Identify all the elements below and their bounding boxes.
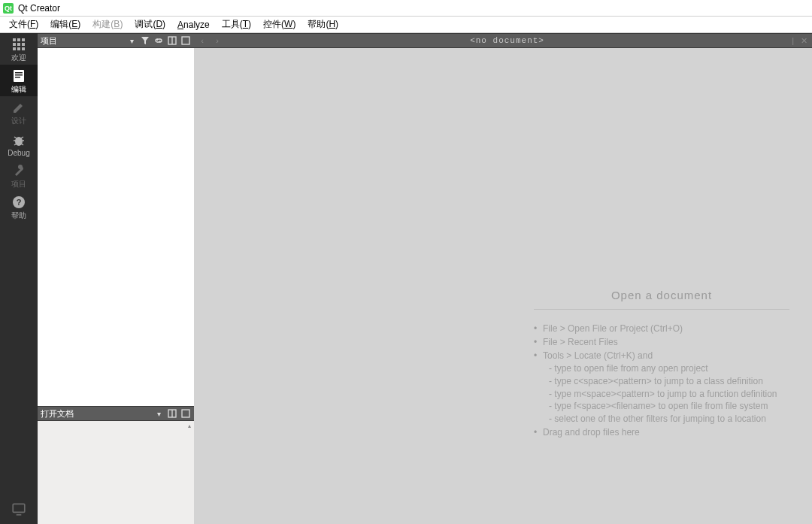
hint-subitem: type f<space><filename> to open file fro… <box>534 400 789 413</box>
open-docs-panel-header: 打开文档 ▾ <box>38 406 194 421</box>
mode-welcome[interactable]: 欢迎 <box>0 33 38 65</box>
wrench-icon <box>12 164 26 177</box>
mode-label: 帮助 <box>11 211 26 221</box>
document-label: <no document> <box>227 36 787 45</box>
hint-subitem: type m<space><pattern> to jump to a func… <box>534 388 789 401</box>
divider <box>534 309 789 310</box>
mode-label: Debug <box>8 149 29 157</box>
svg-rect-29 <box>182 410 189 417</box>
menu-analyze[interactable]: Analyze <box>171 18 216 32</box>
split-icon[interactable] <box>167 35 177 46</box>
svg-rect-22 <box>13 504 25 512</box>
hint-subitem: type c<space><pattern> to jump to a clas… <box>534 375 789 388</box>
menu-edit[interactable]: 编辑(E) <box>44 17 86 32</box>
hint-item: File > Open File or Project (Ctrl+O) <box>534 322 789 335</box>
svg-rect-10 <box>15 72 23 74</box>
grid-icon <box>12 38 26 51</box>
svg-rect-7 <box>17 47 20 50</box>
svg-rect-5 <box>22 43 25 46</box>
svg-rect-26 <box>182 37 189 44</box>
editor-area: ‹ › <no document> | ✕ Open a document Fi… <box>194 33 812 524</box>
mode-edit[interactable]: 编辑 <box>0 65 38 96</box>
open-docs-list[interactable]: ▴ <box>38 421 194 524</box>
empty-editor-placeholder: Open a document File > Open File or Proj… <box>534 289 789 439</box>
svg-line-19 <box>21 144 23 145</box>
help-icon: ? <box>12 195 26 209</box>
bug-icon <box>12 134 26 147</box>
mode-label: 设计 <box>11 116 26 126</box>
mode-debug[interactable]: Debug <box>0 128 38 159</box>
menu-bar: 文件(F) 编辑(E) 构建(B) 调试(D) Analyze 工具(T) 控件… <box>0 17 812 33</box>
projects-panel-header: 项目 ▾ <box>38 33 194 48</box>
filter-icon[interactable] <box>140 35 150 46</box>
window-title: Qt Creator <box>18 3 60 14</box>
mode-label: 项目 <box>11 179 26 189</box>
svg-rect-6 <box>13 47 16 50</box>
document-icon <box>12 69 26 83</box>
menu-widgets[interactable]: 控件(W) <box>257 17 301 32</box>
title-bar: Qt Qt Creator <box>0 0 812 17</box>
editor-toolbar: ‹ › <no document> | ✕ <box>194 33 812 48</box>
hint-subitem: select one of the other filters for jump… <box>534 413 789 426</box>
menu-file[interactable]: 文件(F) <box>3 17 44 32</box>
svg-text:?: ? <box>17 198 22 207</box>
nav-back-icon[interactable]: ‹ <box>197 35 208 46</box>
svg-rect-0 <box>13 38 16 41</box>
link-icon[interactable] <box>153 35 164 46</box>
close-doc-icon[interactable]: ✕ <box>798 36 809 46</box>
projects-tree[interactable] <box>38 48 194 406</box>
menu-build[interactable]: 构建(B) <box>86 17 129 32</box>
svg-rect-11 <box>15 74 23 76</box>
close-panel-icon[interactable] <box>180 408 191 419</box>
mode-label: 编辑 <box>11 84 26 95</box>
hint-item: File > Recent Files <box>534 335 789 349</box>
svg-rect-12 <box>15 77 20 78</box>
side-panel: 项目 ▾ 打开文档 ▾ ▴ <box>38 33 194 524</box>
svg-rect-1 <box>17 38 20 41</box>
pencil-icon <box>12 101 26 114</box>
hint-item: Drag and drop files here <box>534 426 789 439</box>
svg-line-16 <box>14 137 17 138</box>
svg-rect-3 <box>13 43 16 46</box>
panel-title: 打开文档 <box>41 408 74 420</box>
qt-app-icon: Qt <box>3 3 14 14</box>
output-monitor-icon[interactable] <box>0 494 38 524</box>
hint-item: Tools > Locate (Ctrl+K) and <box>534 349 789 362</box>
mode-label: 欢迎 <box>11 53 26 63</box>
chevron-down-icon[interactable]: ▾ <box>126 35 137 46</box>
mode-design[interactable]: 设计 <box>0 96 38 128</box>
svg-rect-8 <box>22 47 25 50</box>
hint-subitem: type to open file from any open project <box>534 362 789 375</box>
menu-tools[interactable]: 工具(T) <box>216 17 257 32</box>
placeholder-heading: Open a document <box>534 289 789 301</box>
panel-title: 项目 <box>41 35 57 47</box>
menu-debug[interactable]: 调试(D) <box>129 17 171 32</box>
nav-forward-icon[interactable]: › <box>212 35 223 46</box>
projects-panel: 项目 ▾ <box>38 33 194 406</box>
mode-projects[interactable]: 项目 <box>0 159 38 191</box>
svg-rect-4 <box>17 43 20 46</box>
svg-line-18 <box>14 144 17 145</box>
svg-rect-2 <box>22 38 25 41</box>
svg-line-17 <box>21 137 23 138</box>
mode-bar: 欢迎 编辑 设计 Debug 项目 ? <box>0 33 38 524</box>
close-panel-icon[interactable] <box>180 35 191 46</box>
menu-help[interactable]: 帮助(H) <box>301 17 344 32</box>
chevron-down-icon[interactable]: ▾ <box>153 408 164 419</box>
mode-help[interactable]: ? 帮助 <box>0 191 38 223</box>
split-icon[interactable] <box>167 408 177 419</box>
scroll-up-icon[interactable]: ▴ <box>185 421 194 430</box>
open-docs-panel: 打开文档 ▾ ▴ <box>38 406 194 524</box>
svg-rect-9 <box>14 70 24 82</box>
separator: | <box>792 36 794 45</box>
